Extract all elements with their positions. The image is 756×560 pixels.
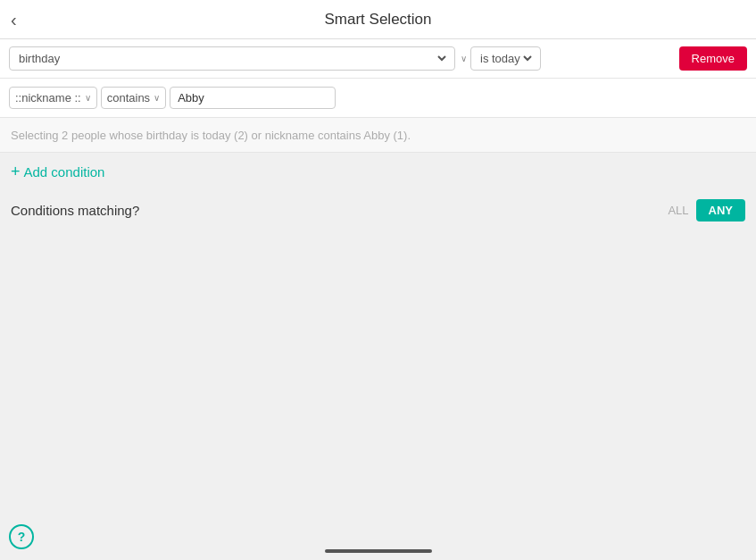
birthday-operator[interactable]: is today xyxy=(470,46,541,71)
header: ‹ Smart Selection xyxy=(0,0,756,39)
matching-toggle: ALL ANY xyxy=(668,199,745,221)
summary-row: Selecting 2 people whose birthday is tod… xyxy=(0,118,756,153)
add-condition-plus-icon: + xyxy=(11,163,21,180)
page-title: Smart Selection xyxy=(325,11,432,29)
page-wrapper: ‹ Smart Selection birthday ∨ is today Re… xyxy=(0,0,756,560)
conditions-matching-row: Conditions matching? ALL ANY xyxy=(0,190,756,230)
condition-row-2: ::nickname :: ∨ contains ∨ xyxy=(0,79,756,118)
bottom-indicator xyxy=(325,549,432,553)
operator-chevron: ∨ xyxy=(154,93,160,103)
add-condition-label: Add condition xyxy=(24,164,105,180)
birthday-field-chevron: ∨ xyxy=(461,54,467,63)
toggle-any[interactable]: ANY xyxy=(696,199,745,221)
birthday-operator-select[interactable]: is today xyxy=(477,51,535,66)
add-condition-button[interactable]: + Add condition xyxy=(11,163,104,180)
add-condition-row: + Add condition xyxy=(0,153,756,190)
operator-field[interactable]: contains ∨ xyxy=(101,87,166,109)
toggle-all[interactable]: ALL xyxy=(668,204,688,217)
birthday-field-select[interactable]: birthday xyxy=(15,51,449,66)
nickname-field-label: ::nickname :: xyxy=(15,91,81,104)
conditions-matching-label: Conditions matching? xyxy=(11,203,668,218)
nickname-chevron: ∨ xyxy=(85,93,91,103)
value-input[interactable] xyxy=(170,87,336,109)
summary-text: Selecting 2 people whose birthday is tod… xyxy=(11,129,411,142)
operator-label: contains xyxy=(107,91,150,104)
remove-button[interactable]: Remove xyxy=(679,46,747,71)
nickname-field[interactable]: ::nickname :: ∨ xyxy=(9,87,97,109)
birthday-field-selector[interactable]: birthday xyxy=(9,46,455,71)
content-area: birthday ∨ is today Remove ::nickname ::… xyxy=(0,39,756,560)
back-button[interactable]: ‹ xyxy=(11,11,17,29)
condition-row-1: birthday ∨ is today Remove xyxy=(0,39,756,79)
help-button[interactable]: ? xyxy=(9,524,34,549)
